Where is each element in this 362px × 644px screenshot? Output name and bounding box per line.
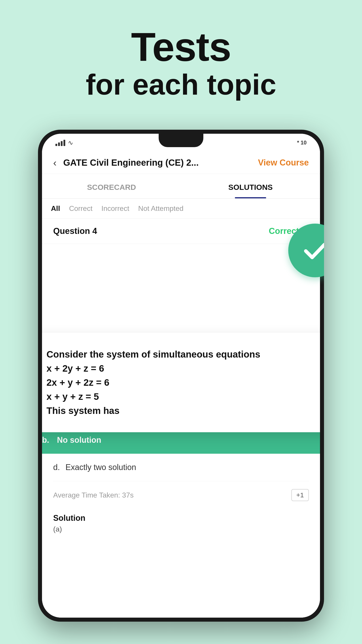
status-right-text: * 10: [297, 140, 307, 146]
question-line-2: x + 2y + z = 6: [46, 361, 320, 376]
status-bar: ∿ * 10: [42, 134, 320, 152]
question-number: Question 4: [53, 226, 97, 236]
view-course-button[interactable]: View Course: [258, 158, 309, 168]
question-line-5: This system has: [46, 404, 320, 418]
notch: [159, 134, 203, 147]
filter-bar: All Correct Incorrect Not Attempted: [42, 199, 320, 218]
plus-one-button[interactable]: +1: [291, 489, 309, 501]
screen-content: ‹ GATE Civil Engineering (CE) 2... View …: [42, 152, 320, 618]
tabs-bar: SCORECARD SOLUTIONS: [42, 174, 320, 199]
tab-scorecard[interactable]: SCORECARD: [42, 174, 181, 198]
question-text: Consider the system of simultaneous equa…: [46, 347, 320, 418]
signal-bar-4: [63, 140, 65, 146]
phone-frame: ∿ * 10 ‹ GATE Civil Engineering (CE) 2..…: [38, 130, 324, 622]
page-title: Tests: [0, 27, 362, 67]
phone-screen: ∿ * 10 ‹ GATE Civil Engineering (CE) 2..…: [42, 134, 320, 618]
status-left: ∿: [55, 139, 73, 146]
avg-time-row: Average Time Taken: 37s +1: [42, 481, 320, 509]
filter-correct[interactable]: Correct: [69, 204, 92, 213]
signal-icon: [55, 139, 65, 146]
option-d-label: d.: [53, 463, 62, 472]
solution-subtext: (a): [42, 525, 320, 540]
signal-bar-1: [55, 144, 57, 146]
filter-all[interactable]: All: [51, 204, 60, 213]
question-card: Consider the system of simultaneous equa…: [42, 333, 320, 432]
tab-solutions[interactable]: SOLUTIONS: [181, 174, 320, 198]
solution-label: Solution: [42, 509, 320, 525]
signal-bar-3: [61, 141, 62, 146]
filter-incorrect[interactable]: Incorrect: [101, 204, 129, 213]
question-line-4: x + y + z = 5: [46, 390, 320, 404]
nav-bar: ‹ GATE Civil Engineering (CE) 2... View …: [42, 152, 320, 174]
header-section: Tests for each topic: [0, 0, 362, 116]
signal-bar-2: [58, 142, 60, 146]
filter-not-attempted[interactable]: Not Attempted: [138, 204, 183, 213]
page-subtitle: for each topic: [0, 67, 362, 102]
phone-mockup: ∿ * 10 ‹ GATE Civil Engineering (CE) 2..…: [38, 130, 324, 622]
option-b2-label: b.: [42, 435, 54, 445]
avg-time-text: Average Time Taken: 37s: [53, 491, 134, 499]
back-button[interactable]: ‹: [53, 157, 56, 168]
question-line-1: Consider the system of simultaneous equa…: [46, 347, 320, 361]
option-d-text: Exactly two solution: [65, 463, 136, 472]
options-list-bottom: d. Exactly two solution: [42, 454, 320, 481]
question-line-3: 2x + y + 2z = 6: [46, 376, 320, 390]
option-d: d. Exactly two solution: [53, 454, 309, 481]
question-header: Question 4 Correct ⌃: [42, 218, 320, 244]
wifi-icon: ∿: [68, 139, 73, 146]
option-b2-text: No solution: [57, 435, 101, 445]
nav-title: GATE Civil Engineering (CE) 2...: [63, 158, 251, 168]
